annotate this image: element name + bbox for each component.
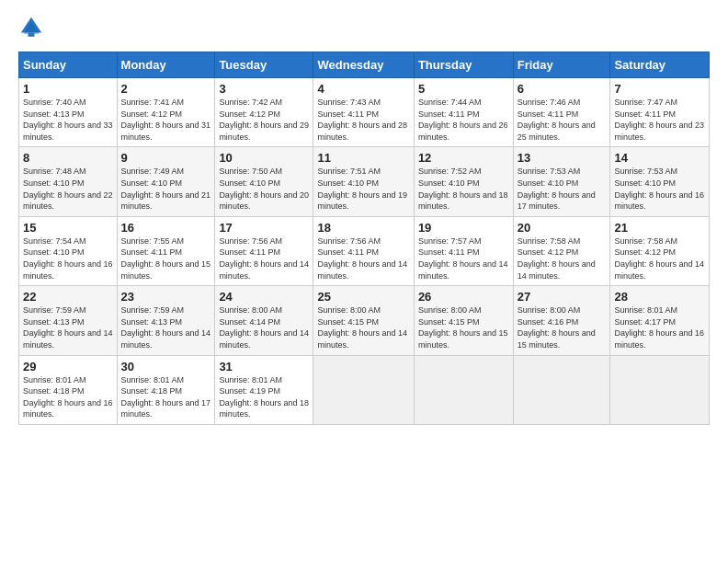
calendar-cell: 15 Sunrise: 7:54 AM Sunset: 4:10 PM Dayl… bbox=[19, 216, 118, 285]
logo-icon bbox=[18, 15, 44, 40]
calendar-cell bbox=[313, 355, 414, 424]
day-info: Sunrise: 7:48 AM Sunset: 4:10 PM Dayligh… bbox=[23, 166, 113, 212]
day-info: Sunrise: 8:00 AM Sunset: 4:14 PM Dayligh… bbox=[219, 304, 309, 350]
calendar-body: 1 Sunrise: 7:40 AM Sunset: 4:13 PM Dayli… bbox=[19, 78, 710, 425]
day-info: Sunrise: 7:43 AM Sunset: 4:11 PM Dayligh… bbox=[317, 97, 409, 143]
day-info: Sunrise: 8:01 AM Sunset: 4:18 PM Dayligh… bbox=[121, 374, 211, 420]
day-info: Sunrise: 7:51 AM Sunset: 4:10 PM Dayligh… bbox=[317, 166, 409, 212]
calendar-header: SundayMondayTuesdayWednesdayThursdayFrid… bbox=[19, 52, 710, 78]
calendar-cell: 18 Sunrise: 7:56 AM Sunset: 4:11 PM Dayl… bbox=[313, 216, 414, 285]
day-info: Sunrise: 7:53 AM Sunset: 4:10 PM Dayligh… bbox=[518, 166, 607, 212]
calendar-cell: 9 Sunrise: 7:49 AM Sunset: 4:10 PM Dayli… bbox=[117, 147, 215, 216]
day-number: 8 bbox=[23, 151, 113, 165]
day-number: 30 bbox=[121, 360, 211, 373]
day-info: Sunrise: 7:52 AM Sunset: 4:10 PM Dayligh… bbox=[418, 166, 509, 212]
day-info: Sunrise: 7:50 AM Sunset: 4:10 PM Dayligh… bbox=[219, 166, 309, 212]
day-number: 14 bbox=[614, 151, 705, 165]
calendar-cell: 20 Sunrise: 7:58 AM Sunset: 4:12 PM Dayl… bbox=[513, 216, 610, 285]
day-number: 1 bbox=[23, 82, 113, 96]
calendar-cell: 3 Sunrise: 7:42 AM Sunset: 4:12 PM Dayli… bbox=[215, 78, 313, 147]
weekday-header-sunday: Sunday bbox=[19, 52, 118, 78]
calendar-cell: 5 Sunrise: 7:44 AM Sunset: 4:11 PM Dayli… bbox=[414, 78, 513, 147]
calendar-week-4: 22 Sunrise: 7:59 AM Sunset: 4:13 PM Dayl… bbox=[19, 286, 710, 355]
calendar-cell: 1 Sunrise: 7:40 AM Sunset: 4:13 PM Dayli… bbox=[19, 78, 118, 147]
calendar-week-2: 8 Sunrise: 7:48 AM Sunset: 4:10 PM Dayli… bbox=[19, 147, 710, 216]
day-info: Sunrise: 7:44 AM Sunset: 4:11 PM Dayligh… bbox=[418, 97, 509, 143]
day-number: 21 bbox=[614, 221, 705, 235]
weekday-header-wednesday: Wednesday bbox=[313, 52, 414, 78]
day-info: Sunrise: 8:00 AM Sunset: 4:15 PM Dayligh… bbox=[317, 304, 409, 350]
calendar-week-3: 15 Sunrise: 7:54 AM Sunset: 4:10 PM Dayl… bbox=[19, 216, 710, 285]
day-number: 26 bbox=[418, 290, 509, 304]
weekday-header-friday: Friday bbox=[513, 52, 610, 78]
day-number: 4 bbox=[317, 82, 409, 96]
day-info: Sunrise: 7:56 AM Sunset: 4:11 PM Dayligh… bbox=[219, 236, 309, 282]
calendar-cell: 2 Sunrise: 7:41 AM Sunset: 4:12 PM Dayli… bbox=[117, 78, 215, 147]
day-number: 19 bbox=[418, 221, 509, 235]
day-info: Sunrise: 7:53 AM Sunset: 4:10 PM Dayligh… bbox=[614, 166, 705, 212]
day-info: Sunrise: 8:01 AM Sunset: 4:18 PM Dayligh… bbox=[23, 374, 113, 420]
calendar-cell: 31 Sunrise: 8:01 AM Sunset: 4:19 PM Dayl… bbox=[215, 355, 313, 424]
day-info: Sunrise: 7:56 AM Sunset: 4:11 PM Dayligh… bbox=[317, 236, 409, 282]
day-number: 11 bbox=[317, 151, 409, 165]
weekday-row: SundayMondayTuesdayWednesdayThursdayFrid… bbox=[19, 52, 710, 78]
calendar-cell: 21 Sunrise: 7:58 AM Sunset: 4:12 PM Dayl… bbox=[610, 216, 710, 285]
day-info: Sunrise: 8:01 AM Sunset: 4:19 PM Dayligh… bbox=[219, 374, 309, 420]
svg-rect-2 bbox=[28, 33, 35, 37]
day-info: Sunrise: 7:54 AM Sunset: 4:10 PM Dayligh… bbox=[23, 236, 113, 282]
day-info: Sunrise: 7:46 AM Sunset: 4:11 PM Dayligh… bbox=[518, 97, 607, 143]
calendar-cell: 26 Sunrise: 8:00 AM Sunset: 4:15 PM Dayl… bbox=[414, 286, 513, 355]
day-number: 12 bbox=[418, 151, 509, 165]
calendar-cell: 28 Sunrise: 8:01 AM Sunset: 4:17 PM Dayl… bbox=[610, 286, 710, 355]
calendar-cell: 16 Sunrise: 7:55 AM Sunset: 4:11 PM Dayl… bbox=[117, 216, 215, 285]
calendar-week-5: 29 Sunrise: 8:01 AM Sunset: 4:18 PM Dayl… bbox=[19, 355, 710, 424]
logo bbox=[18, 15, 46, 40]
day-number: 13 bbox=[518, 151, 607, 165]
day-number: 2 bbox=[121, 82, 211, 96]
calendar-cell: 23 Sunrise: 7:59 AM Sunset: 4:13 PM Dayl… bbox=[117, 286, 215, 355]
day-number: 23 bbox=[121, 290, 211, 304]
weekday-header-saturday: Saturday bbox=[610, 52, 710, 78]
day-info: Sunrise: 7:59 AM Sunset: 4:13 PM Dayligh… bbox=[121, 304, 211, 350]
day-info: Sunrise: 7:57 AM Sunset: 4:11 PM Dayligh… bbox=[418, 236, 509, 282]
header bbox=[18, 15, 710, 40]
day-number: 28 bbox=[614, 290, 705, 304]
day-number: 16 bbox=[121, 221, 211, 235]
page: SundayMondayTuesdayWednesdayThursdayFrid… bbox=[0, 0, 728, 563]
calendar-cell: 14 Sunrise: 7:53 AM Sunset: 4:10 PM Dayl… bbox=[610, 147, 710, 216]
day-number: 3 bbox=[219, 82, 309, 96]
calendar-cell: 8 Sunrise: 7:48 AM Sunset: 4:10 PM Dayli… bbox=[19, 147, 118, 216]
day-number: 22 bbox=[23, 290, 113, 304]
day-info: Sunrise: 7:41 AM Sunset: 4:12 PM Dayligh… bbox=[121, 97, 211, 143]
calendar-cell: 27 Sunrise: 8:00 AM Sunset: 4:16 PM Dayl… bbox=[513, 286, 610, 355]
day-number: 17 bbox=[219, 221, 309, 235]
day-number: 15 bbox=[23, 221, 113, 235]
calendar-cell bbox=[610, 355, 710, 424]
day-number: 9 bbox=[121, 151, 211, 165]
weekday-header-monday: Monday bbox=[117, 52, 215, 78]
day-info: Sunrise: 8:01 AM Sunset: 4:17 PM Dayligh… bbox=[614, 304, 705, 350]
day-info: Sunrise: 7:42 AM Sunset: 4:12 PM Dayligh… bbox=[219, 97, 309, 143]
calendar-cell: 6 Sunrise: 7:46 AM Sunset: 4:11 PM Dayli… bbox=[513, 78, 610, 147]
weekday-header-tuesday: Tuesday bbox=[215, 52, 313, 78]
day-info: Sunrise: 7:40 AM Sunset: 4:13 PM Dayligh… bbox=[23, 97, 113, 143]
calendar-week-1: 1 Sunrise: 7:40 AM Sunset: 4:13 PM Dayli… bbox=[19, 78, 710, 147]
calendar-cell: 7 Sunrise: 7:47 AM Sunset: 4:11 PM Dayli… bbox=[610, 78, 710, 147]
day-number: 6 bbox=[518, 82, 607, 96]
day-number: 31 bbox=[219, 360, 309, 373]
day-info: Sunrise: 7:47 AM Sunset: 4:11 PM Dayligh… bbox=[614, 97, 705, 143]
day-number: 5 bbox=[418, 82, 509, 96]
calendar-cell: 13 Sunrise: 7:53 AM Sunset: 4:10 PM Dayl… bbox=[513, 147, 610, 216]
day-number: 18 bbox=[317, 221, 409, 235]
calendar-cell: 22 Sunrise: 7:59 AM Sunset: 4:13 PM Dayl… bbox=[19, 286, 118, 355]
day-info: Sunrise: 8:00 AM Sunset: 4:16 PM Dayligh… bbox=[518, 304, 607, 350]
calendar-cell bbox=[513, 355, 610, 424]
calendar-cell bbox=[414, 355, 513, 424]
calendar-cell: 11 Sunrise: 7:51 AM Sunset: 4:10 PM Dayl… bbox=[313, 147, 414, 216]
day-info: Sunrise: 7:58 AM Sunset: 4:12 PM Dayligh… bbox=[518, 236, 607, 282]
calendar-cell: 29 Sunrise: 8:01 AM Sunset: 4:18 PM Dayl… bbox=[19, 355, 118, 424]
calendar-cell: 25 Sunrise: 8:00 AM Sunset: 4:15 PM Dayl… bbox=[313, 286, 414, 355]
calendar-cell: 10 Sunrise: 7:50 AM Sunset: 4:10 PM Dayl… bbox=[215, 147, 313, 216]
day-number: 25 bbox=[317, 290, 409, 304]
day-info: Sunrise: 7:55 AM Sunset: 4:11 PM Dayligh… bbox=[121, 236, 211, 282]
